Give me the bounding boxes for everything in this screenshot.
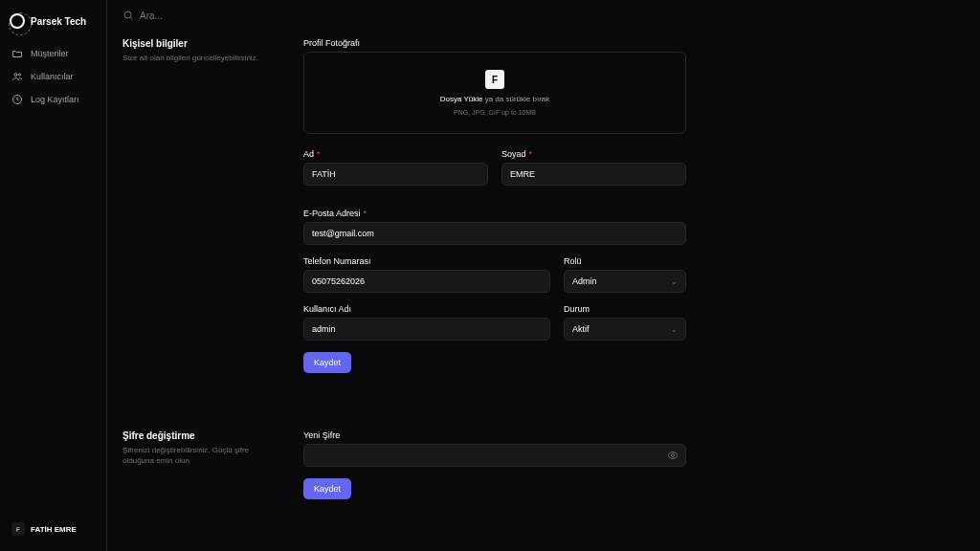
email-label: E-Posta Adresi* xyxy=(303,209,686,218)
lastname-input[interactable] xyxy=(501,163,686,186)
search-input[interactable] xyxy=(140,11,965,21)
sidebar-item-label: Kullanıcılar xyxy=(31,72,74,81)
section-title-personal: Kişisel bilgiler xyxy=(122,38,280,49)
email-input[interactable] xyxy=(303,222,686,245)
folder-icon xyxy=(11,48,23,59)
status-label: Durum xyxy=(564,304,686,314)
users-icon xyxy=(11,71,23,82)
svg-point-1 xyxy=(19,74,21,76)
newpass-input[interactable] xyxy=(303,444,686,467)
svg-point-0 xyxy=(14,74,17,77)
brand-row: Parsek Tech xyxy=(8,11,99,42)
logo-icon xyxy=(10,13,25,29)
sidebar-item-logs[interactable]: Log Kayıtları xyxy=(8,88,99,111)
user-name: FATİH EMRE xyxy=(31,525,77,534)
brand-name: Parsek Tech xyxy=(31,16,86,27)
save-password-button[interactable]: Kaydet xyxy=(303,478,351,499)
user-footer[interactable]: F FATİH EMRE xyxy=(8,518,99,540)
sidebar-item-label: Müşteriler xyxy=(31,49,69,58)
phone-label: Telefon Numarası xyxy=(303,256,550,266)
chevron-down-icon: ⌄ xyxy=(671,325,678,334)
firstname-input[interactable] xyxy=(303,163,488,186)
upload-hint: PNG, JPG, GIF up to 10MB xyxy=(454,109,536,116)
upload-text: Dosya Yükle ya da sürükle bırak xyxy=(440,95,550,103)
newpass-label: Yeni Şifre xyxy=(303,430,686,440)
section-title-password: Şifre değiştirme xyxy=(122,430,280,441)
username-input[interactable] xyxy=(303,318,550,341)
save-button[interactable]: Kaydet xyxy=(303,352,351,373)
upload-label: Profil Fotoğrafı xyxy=(303,38,686,48)
role-label: Rolü xyxy=(564,256,686,266)
username-label: Kullanıcı Adı xyxy=(303,304,550,314)
firstname-label: Ad* xyxy=(303,149,488,159)
search-bar xyxy=(107,0,980,31)
upload-avatar: F xyxy=(485,70,504,89)
avatar: F xyxy=(11,522,25,536)
svg-point-4 xyxy=(672,454,675,457)
section-desc-password: Şifrenizi değiştirebilirsiniz. Güçlü şif… xyxy=(122,445,280,466)
search-icon xyxy=(122,10,134,21)
role-select[interactable]: Admin ⌄ xyxy=(564,270,686,293)
sidebar-item-label: Log Kayıtları xyxy=(31,95,79,104)
sidebar-item-users[interactable]: Kullanıcılar xyxy=(8,65,99,88)
status-select[interactable]: Aktif ⌄ xyxy=(564,318,686,341)
chevron-down-icon: ⌄ xyxy=(671,277,678,286)
sidebar-item-customers[interactable]: Müşteriler xyxy=(8,42,99,65)
eye-icon[interactable] xyxy=(667,450,679,461)
section-desc-personal: Size ait olan bilgileri güncelleyebilirs… xyxy=(122,53,280,63)
clock-icon xyxy=(11,94,23,105)
phone-input[interactable] xyxy=(303,270,550,293)
lastname-label: Soyad* xyxy=(501,149,686,159)
svg-point-3 xyxy=(124,11,131,18)
upload-box[interactable]: F Dosya Yükle ya da sürükle bırak PNG, J… xyxy=(303,52,686,134)
